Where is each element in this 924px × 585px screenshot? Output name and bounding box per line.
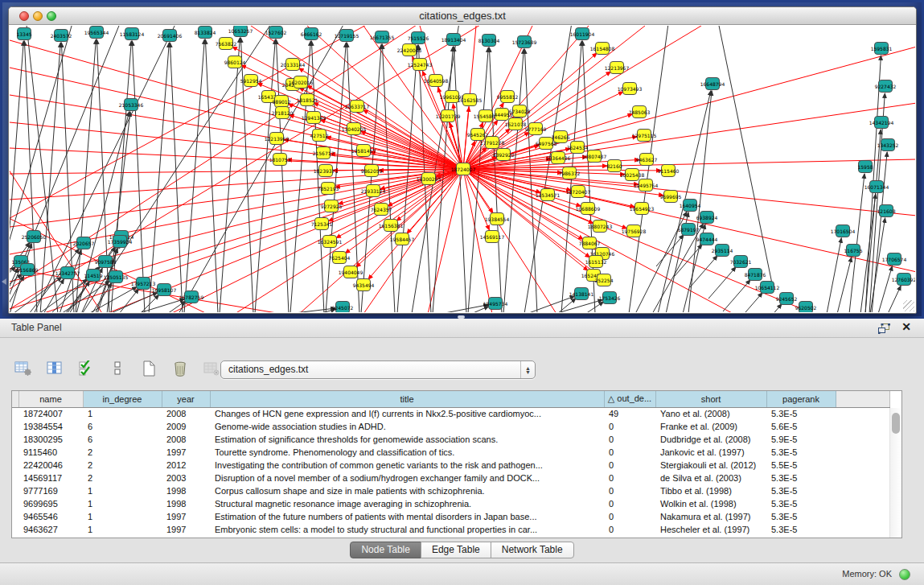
graph-node[interactable]: 8471876 [745,269,766,281]
graph-node[interactable]: 9699695 [660,191,682,203]
tab-edge-table[interactable]: Edge Table [421,542,491,558]
graph-node[interactable]: 1810753 [269,154,291,166]
graph-node[interactable]: 16011904 [570,28,595,40]
graph-node[interactable]: 9115460 [658,165,680,177]
graph-node[interactable]: 252254 [595,274,614,286]
graph-node[interactable]: 20364436 [546,152,571,164]
graph-node[interactable]: 8130304 [478,35,500,47]
close-panel-icon[interactable]: ✕ [901,320,911,333]
graph-node[interactable]: 7625404 [329,252,351,264]
new-table-button[interactable] [137,359,161,382]
graph-node[interactable]: 7515526 [408,32,429,44]
graph-node[interactable]: 22420046 [397,44,422,56]
graph-node[interactable]: 1595831 [871,43,893,55]
graph-node[interactable]: 82160 [606,160,622,172]
graph-node[interactable]: 16782759 [179,291,204,303]
graph-node[interactable]: 14569117 [480,231,505,243]
graph-node[interactable]: 7032621 [730,256,752,268]
graph-node[interactable]: 2156717 [313,147,335,159]
graph-node[interactable]: 19756928 [622,225,647,237]
graph-node[interactable]: 989012 [273,96,291,108]
graph-node[interactable]: 17706574 [882,253,907,266]
graph-node[interactable]: 12760392 [892,274,915,286]
graph-node[interactable]: 6879197 [678,224,700,236]
table-row[interactable]: 946554611997Estimation of the future num… [12,510,889,523]
graph-node[interactable]: 18720407 [566,186,591,198]
graph-node[interactable]: 21053346 [119,99,144,111]
graph-node[interactable]: 5912954 [240,75,262,87]
graph-node[interactable]: 2935114 [712,245,733,257]
graph-node[interactable]: 2403572 [51,30,72,42]
table-settings-button[interactable] [11,359,35,382]
graph-node[interactable]: 9272925 [321,200,343,212]
tab-network-table[interactable]: Network Table [491,542,574,558]
graph-node[interactable]: 1753426 [599,292,621,304]
graph-node[interactable]: 9245652 [776,293,798,305]
graph-node[interactable]: 18913404 [441,34,466,46]
table-row[interactable]: 1456911722003Disruption of a novel membe… [12,472,889,484]
scrollbar-thumb[interactable] [892,413,900,434]
graph-node[interactable]: 11583124 [120,28,145,40]
graph-node[interactable]: 15958 [857,161,873,173]
graph-node[interactable]: 6466162 [301,28,322,40]
graph-node[interactable]: 7485063 [629,106,651,118]
graph-node[interactable]: 15723689 [512,36,537,48]
graph-node[interactable]: 16671355 [370,31,395,43]
graph-node[interactable]: 6938924 [696,212,718,224]
graph-node[interactable]: 9435494 [353,279,375,291]
graph-node[interactable]: 12213967 [605,62,630,74]
graph-node[interactable]: 10653257 [228,26,253,37]
graph-node[interactable]: 9245072 [332,302,354,313]
graph-node[interactable]: 16648794 [700,78,725,90]
graph-node[interactable]: 9620502 [795,302,817,313]
table-row[interactable]: 2242004622012Investigating the contribut… [12,459,889,472]
table-row[interactable]: 977716911998Corpus callosum shape and si… [12,484,889,497]
graph-node[interactable]: 19384554 [485,213,510,225]
column-header-short[interactable]: short [655,391,766,407]
graph-node[interactable]: 9463627 [636,154,658,166]
select-columns-button[interactable] [74,359,98,382]
column-header-title[interactable]: title [210,391,604,407]
graph-node[interactable]: 7125341 [311,218,333,230]
column-header-pagerank[interactable]: pagerank [766,391,836,407]
graph-node[interactable]: 16071344 [864,181,889,193]
graph-node[interactable]: 1343252 [877,139,899,151]
graph-node[interactable]: 8133824 [195,27,216,39]
graph-node[interactable]: 20691406 [158,30,183,42]
column-header-year[interactable]: year [162,391,210,407]
graph-node[interactable]: 114519 [84,270,103,282]
graph-node[interactable]: 10654112 [755,282,780,294]
graph-node[interactable]: 25206050 [22,231,47,243]
graph-node[interactable]: 10807487 [582,150,607,163]
row-height-button[interactable] [105,359,129,382]
table-row[interactable]: 911546021997Tourette syndrome. Phenomeno… [12,446,889,459]
resize-grip[interactable] [903,300,914,311]
graph-node[interactable]: 21933124 [361,185,386,197]
tab-node-table[interactable]: Node Table [350,542,421,558]
table-row[interactable]: 1872400712008Changes of HCN gene express… [12,407,889,420]
graph-node[interactable]: 427512 [310,130,329,142]
graph-node[interactable]: 13345 [16,28,31,40]
network-canvas[interactable]: 7563822986012459129541654338234200498901… [10,26,915,312]
table-scrollbar[interactable] [889,408,901,538]
table-row[interactable]: 1830029562008Estimation of significance … [12,433,889,446]
show-column-button[interactable] [43,359,67,382]
graph-node[interactable]: 12524743 [408,59,433,71]
graph-node[interactable]: 116755 [844,245,863,257]
network-window-titlebar[interactable]: citations_edges.txt [9,7,916,25]
graph-node[interactable]: 16156381 [379,220,404,232]
graph-node[interactable]: 20633717 [345,101,370,113]
graph-node[interactable]: 19565344 [84,27,109,39]
graph-node[interactable]: 121608 [877,205,896,217]
graph-node[interactable]: 9227432 [875,80,897,93]
table-row[interactable]: 946362711997Embryonic stem cells: a mode… [12,523,889,536]
column-header-in_degree[interactable]: in_degree [83,391,162,407]
graph-node[interactable]: 16640598 [424,75,449,87]
table-row[interactable]: 1938455462009Genome-wide association stu… [12,420,889,433]
table-selector-combobox[interactable]: citations_edges.txt ▲▼ [220,360,536,379]
graph-node[interactable]: 19584457 [390,233,415,245]
column-header-name[interactable]: name [18,391,83,407]
graph-node[interactable]: 7986372 [559,167,581,179]
graph-node[interactable]: 19654923 [630,203,655,215]
memory-status-icon[interactable] [899,569,910,580]
